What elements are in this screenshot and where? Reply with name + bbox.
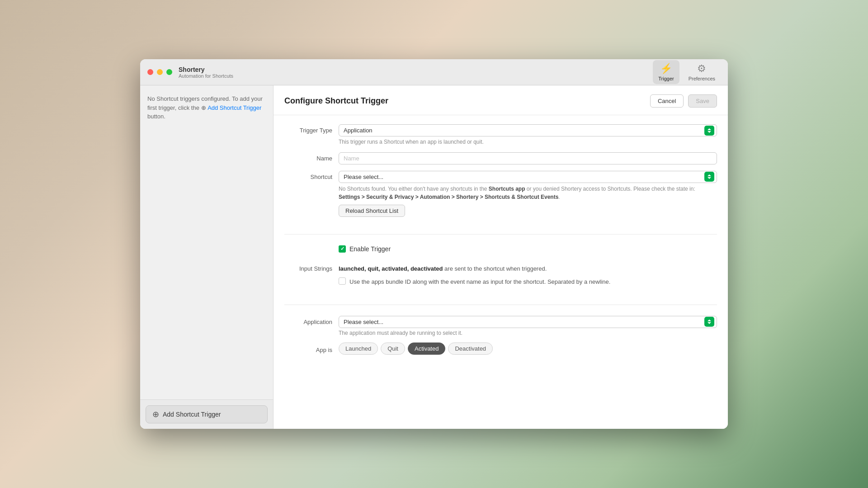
application-select[interactable]: Please select... — [339, 316, 717, 328]
app-subtitle: Automation for Shortcuts — [179, 73, 233, 79]
sidebar-content: No Shortcut triggers configured. To add … — [140, 85, 273, 399]
maximize-button[interactable] — [166, 69, 172, 75]
app-state-deactivated[interactable]: Deactivated — [448, 343, 493, 355]
enable-section: Enable Trigger Input Strings launched, q… — [284, 245, 717, 305]
bundle-id-text: Use the apps bundle ID along with the ev… — [349, 277, 610, 286]
application-section: Application Please select... — [284, 316, 717, 355]
close-button[interactable] — [147, 69, 153, 75]
sidebar: No Shortcut triggers configured. To add … — [140, 85, 274, 429]
trigger-type-label: Trigger Type — [284, 124, 339, 134]
name-control — [339, 152, 717, 164]
preferences-nav-button[interactable]: ⚙ Preferences — [683, 60, 721, 84]
bundle-id-checkbox[interactable] — [339, 277, 346, 285]
enable-trigger-row: Enable Trigger — [339, 245, 391, 253]
trigger-type-help: This trigger runs a Shortcut when an app… — [339, 138, 717, 146]
input-strings-label: Input Strings — [284, 264, 339, 272]
app-name: Shortery — [179, 66, 233, 73]
app-state-quit[interactable]: Quit — [381, 343, 405, 355]
titlebar: Shortery Automation for Shortcuts ⚡ Trig… — [140, 59, 728, 85]
empty-text-2: button. — [147, 113, 165, 120]
trigger-icon: ⚡ — [660, 63, 672, 75]
cancel-button[interactable]: Cancel — [650, 94, 684, 108]
add-trigger-label: Add Shortcut Trigger — [163, 411, 221, 418]
page-title: Configure Shortcut Trigger — [284, 96, 388, 106]
input-strings-suffix: are sent to the shortcut when triggered. — [444, 265, 547, 272]
sidebar-footer: ⊕ Add Shortcut Trigger — [140, 399, 273, 429]
titlebar-nav: ⚡ Trigger ⚙ Preferences — [653, 60, 721, 84]
no-shortcuts-message: No Shortcuts found. You either don't hav… — [339, 185, 717, 201]
app-state-options: Launched Quit Activated Deactivated — [339, 343, 717, 355]
app-window: Shortery Automation for Shortcuts ⚡ Trig… — [140, 59, 728, 429]
trigger-type-row: Trigger Type Application Time Shortcut — [284, 124, 717, 146]
application-label: Application — [284, 316, 339, 325]
input-strings-bold: launched, quit, activated, deactivated — [339, 265, 443, 272]
trigger-section: Trigger Type Application Time Shortcut — [284, 124, 717, 235]
app-is-label: App is — [284, 344, 339, 353]
name-row: Name — [284, 152, 717, 164]
shortcut-label: Shortcut — [284, 171, 339, 180]
trigger-type-select-wrapper: Application Time Shortcut — [339, 124, 717, 136]
gear-icon: ⚙ — [697, 63, 706, 75]
name-input[interactable] — [339, 152, 717, 164]
trigger-type-control: Application Time Shortcut This trigger r… — [339, 124, 717, 146]
reload-shortcut-list-button[interactable]: Reload Shortcut List — [339, 205, 405, 217]
shortcut-row: Shortcut Please select... — [284, 171, 717, 217]
content-header: Configure Shortcut Trigger Cancel Save — [274, 85, 728, 115]
app-state-activated[interactable]: Activated — [408, 343, 445, 355]
trigger-nav-button[interactable]: ⚡ Trigger — [653, 60, 679, 84]
enable-trigger-checkbox[interactable] — [339, 245, 346, 253]
name-label: Name — [284, 152, 339, 162]
save-button[interactable]: Save — [688, 94, 717, 108]
header-buttons: Cancel Save — [650, 94, 717, 108]
plus-icon: ⊕ — [152, 409, 159, 419]
application-select-wrapper: Please select... — [339, 316, 717, 328]
app-state-launched[interactable]: Launched — [339, 343, 378, 355]
bundle-id-row: Use the apps bundle ID along with the ev… — [284, 277, 717, 286]
trigger-nav-label: Trigger — [658, 76, 674, 81]
application-row: Application Please select... — [284, 316, 717, 336]
app-running-text: The application must already be running … — [339, 330, 717, 336]
shortcut-select[interactable]: Please select... — [339, 171, 717, 183]
content-area: Configure Shortcut Trigger Cancel Save T… — [274, 85, 728, 429]
minimize-button[interactable] — [157, 69, 163, 75]
app-title: Shortery Automation for Shortcuts — [179, 66, 233, 79]
form-area: Trigger Type Application Time Shortcut — [274, 115, 728, 429]
window-controls — [147, 69, 172, 75]
sidebar-empty-message: No Shortcut triggers configured. To add … — [147, 94, 266, 121]
trigger-type-select[interactable]: Application Time Shortcut — [339, 124, 717, 136]
shortcut-control: Please select... No Shortcuts found. You… — [339, 171, 717, 217]
application-control: Please select... The application must al… — [339, 316, 717, 336]
app-is-row: App is Launched Quit Activated Deactivat… — [284, 343, 717, 355]
app-is-control: Launched Quit Activated Deactivated — [339, 343, 717, 355]
preferences-nav-label: Preferences — [689, 76, 715, 81]
input-strings-value: launched, quit, activated, deactivated a… — [339, 264, 547, 273]
enable-trigger-label: Enable Trigger — [349, 245, 391, 253]
input-strings-row: Input Strings launched, quit, activated,… — [284, 264, 717, 273]
add-link-text: Add Shortcut Trigger — [208, 104, 261, 111]
main-layout: No Shortcut triggers configured. To add … — [140, 85, 728, 429]
shortcut-select-wrapper: Please select... — [339, 171, 717, 183]
add-shortcut-trigger-button[interactable]: ⊕ Add Shortcut Trigger — [146, 405, 268, 423]
